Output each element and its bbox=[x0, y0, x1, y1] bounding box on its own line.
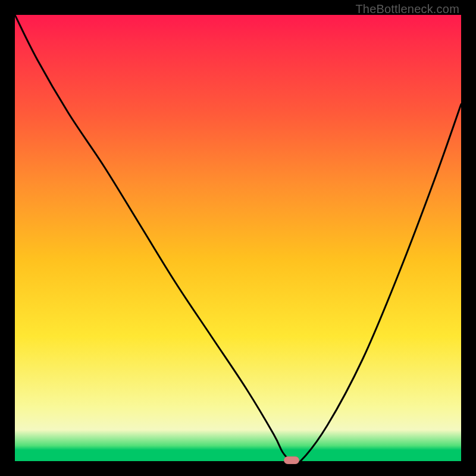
bottleneck-curve bbox=[15, 15, 461, 461]
chart-frame: TheBottleneck.com bbox=[0, 0, 476, 476]
plot-area bbox=[15, 15, 461, 461]
watermark-text: TheBottleneck.com bbox=[355, 2, 459, 16]
optimal-point-marker bbox=[284, 456, 299, 464]
